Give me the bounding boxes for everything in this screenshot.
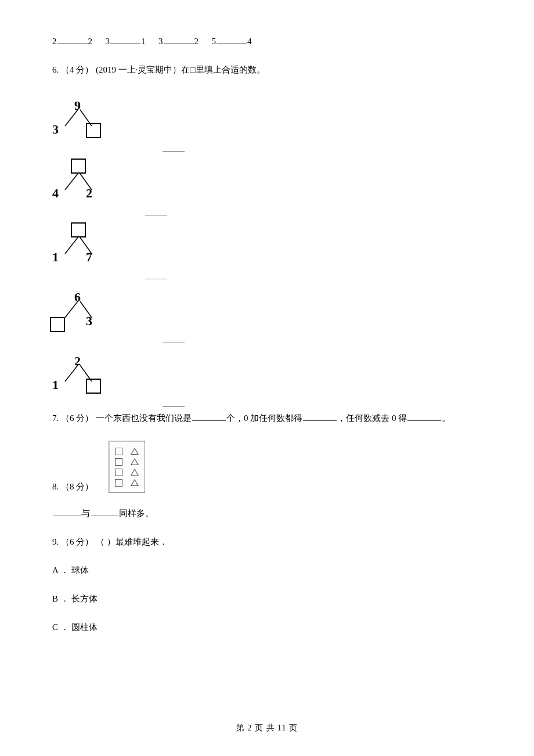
bond-right-box[interactable] xyxy=(86,121,101,139)
blank[interactable] xyxy=(164,35,194,44)
answer-blank[interactable] xyxy=(163,142,185,152)
number-bond: 4 2 xyxy=(52,161,122,207)
square-icon xyxy=(115,479,122,487)
svg-line-8 xyxy=(65,365,78,381)
answer-blank[interactable] xyxy=(163,398,185,407)
triangle-icon xyxy=(131,458,139,465)
square-icon xyxy=(115,448,122,455)
number-bond: 2 1 xyxy=(52,352,122,399)
q7-text: 7. （6 分） 一个东西也没有我们说是个，0 加任何数都得，任何数减去 0 得… xyxy=(52,412,482,424)
num: 4 xyxy=(247,37,252,46)
answer-blank[interactable] xyxy=(145,270,167,279)
square-icon xyxy=(115,458,122,466)
q8-end: 同样多。 xyxy=(119,509,154,518)
num: 3 xyxy=(158,37,163,46)
num: 2 xyxy=(88,37,93,46)
blank[interactable] xyxy=(53,507,81,516)
svg-line-6 xyxy=(65,301,78,318)
q7-end: 。 xyxy=(442,413,450,423)
q8-line2: 与同样多。 xyxy=(52,507,482,520)
q9-text: 9. （6 分） （ ）最难堆起来． xyxy=(52,536,482,548)
bond-left: 1 xyxy=(52,249,59,267)
blank[interactable] xyxy=(303,412,337,421)
q8-prefix: 8. （8 分） xyxy=(52,481,93,493)
num: 2 xyxy=(52,37,57,46)
svg-line-2 xyxy=(65,174,78,190)
q9-option-c[interactable]: C ． 圆柱体 xyxy=(52,621,482,633)
shapes-figure xyxy=(109,441,145,493)
svg-line-4 xyxy=(65,237,78,254)
bond-right: 7 xyxy=(86,249,92,267)
bond-left: 3 xyxy=(52,121,59,139)
triangle-icon xyxy=(131,469,139,476)
blank[interactable] xyxy=(192,412,226,421)
compare-line: 22 31 32 54 xyxy=(52,35,482,48)
q9-option-b[interactable]: B ． 长方体 xyxy=(52,593,482,605)
blank[interactable] xyxy=(110,35,140,44)
bond-right: 2 xyxy=(86,185,92,203)
q9-option-a[interactable]: A ． 球体 xyxy=(52,564,482,577)
bond-left-box[interactable] xyxy=(50,315,65,333)
triangle-icon xyxy=(131,448,139,455)
answer-blank[interactable] xyxy=(145,206,167,215)
q7-mid2: ，任何数减去 0 得 xyxy=(337,413,407,423)
blank[interactable] xyxy=(91,507,118,516)
bond-left: 1 xyxy=(52,376,59,394)
number-bond: 1 7 xyxy=(52,225,122,271)
bond-top-box[interactable] xyxy=(71,222,86,237)
triangle-icon xyxy=(131,479,139,486)
blank[interactable] xyxy=(217,35,247,44)
square-icon xyxy=(115,469,122,476)
number-bond: 9 3 xyxy=(52,97,122,143)
q8-mid: 与 xyxy=(81,509,90,518)
svg-line-0 xyxy=(65,110,78,126)
num: 3 xyxy=(106,37,110,46)
blank[interactable] xyxy=(407,412,441,421)
q8-row: 8. （8 分） xyxy=(52,441,482,493)
answer-blank[interactable] xyxy=(163,334,185,343)
num: 5 xyxy=(212,37,217,46)
q7-mid1: 个，0 加任何数都得 xyxy=(226,413,302,423)
q7-prefix: 7. （6 分） 一个东西也没有我们说是 xyxy=(52,413,192,423)
page-footer: 第 2 页 共 11 页 xyxy=(0,722,534,734)
q6-text: 6. （4 分） (2019 一上·灵宝期中）在□里填上合适的数。 xyxy=(52,64,482,76)
bond-right: 3 xyxy=(86,312,92,330)
bond-top-box[interactable] xyxy=(71,159,86,174)
bond-right-box[interactable] xyxy=(86,376,101,394)
number-bond: 6 3 xyxy=(52,289,122,335)
bond-left: 4 xyxy=(52,185,59,203)
num: 2 xyxy=(194,37,199,46)
blank[interactable] xyxy=(57,35,88,44)
num: 1 xyxy=(141,37,146,46)
